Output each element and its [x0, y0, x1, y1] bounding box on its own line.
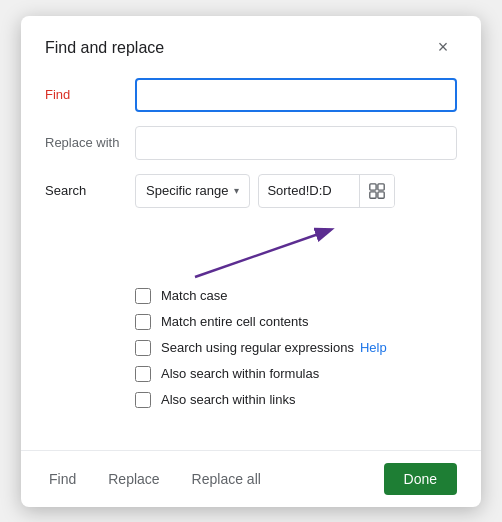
- checkbox-formulas-row: Also search within formulas: [135, 366, 457, 382]
- dropdown-label: Specific range: [146, 183, 228, 198]
- replace-all-button[interactable]: Replace all: [188, 463, 265, 495]
- grid-icon: [368, 182, 386, 200]
- grid-select-button[interactable]: [359, 175, 394, 207]
- svg-rect-0: [370, 183, 376, 189]
- match-entire-checkbox[interactable]: [135, 314, 151, 330]
- range-input-wrap: [258, 174, 395, 208]
- find-replace-dialog: Find and replace × Find Replace with Sea…: [21, 16, 481, 507]
- match-case-checkbox[interactable]: [135, 288, 151, 304]
- find-button[interactable]: Find: [45, 463, 80, 495]
- checkbox-match-case-row: Match case: [135, 288, 457, 304]
- formulas-label[interactable]: Also search within formulas: [161, 366, 319, 381]
- search-controls: Specific range ▾: [135, 174, 395, 208]
- svg-rect-1: [378, 183, 384, 189]
- dialog-footer: Find Replace Replace all Done: [21, 451, 481, 507]
- search-dropdown[interactable]: Specific range ▾: [135, 174, 250, 208]
- replace-label: Replace with: [45, 135, 135, 150]
- search-label: Search: [45, 183, 135, 198]
- formulas-checkbox[interactable]: [135, 366, 151, 382]
- match-entire-label[interactable]: Match entire cell contents: [161, 314, 308, 329]
- links-checkbox[interactable]: [135, 392, 151, 408]
- find-label: Find: [45, 87, 135, 102]
- svg-rect-3: [378, 191, 384, 197]
- chevron-down-icon: ▾: [234, 185, 239, 196]
- checkbox-regex-row: Search using regular expressions Help: [135, 340, 457, 356]
- checkbox-match-entire-row: Match entire cell contents: [135, 314, 457, 330]
- arrow-annotation: [135, 222, 457, 282]
- replace-button[interactable]: Replace: [104, 463, 163, 495]
- replace-row: Replace with: [45, 126, 457, 160]
- svg-line-4: [195, 230, 330, 277]
- find-input[interactable]: [135, 78, 457, 112]
- regex-help-link[interactable]: Help: [360, 340, 387, 355]
- find-row: Find: [45, 78, 457, 112]
- range-input[interactable]: [259, 177, 359, 204]
- links-label[interactable]: Also search within links: [161, 392, 295, 407]
- svg-rect-2: [370, 191, 376, 197]
- checkbox-links-row: Also search within links: [135, 392, 457, 408]
- match-case-label[interactable]: Match case: [161, 288, 227, 303]
- replace-input[interactable]: [135, 126, 457, 160]
- regex-checkbox[interactable]: [135, 340, 151, 356]
- dialog-body: Find Replace with Search Specific range …: [21, 74, 481, 434]
- dialog-title: Find and replace: [45, 39, 164, 57]
- done-button[interactable]: Done: [384, 463, 457, 495]
- regex-label[interactable]: Search using regular expressions Help: [161, 340, 387, 355]
- close-button[interactable]: ×: [429, 34, 457, 62]
- dialog-header: Find and replace ×: [21, 16, 481, 74]
- arrow-svg: [135, 222, 435, 282]
- footer-left-buttons: Find Replace Replace all: [45, 463, 265, 495]
- search-row: Search Specific range ▾: [45, 174, 457, 208]
